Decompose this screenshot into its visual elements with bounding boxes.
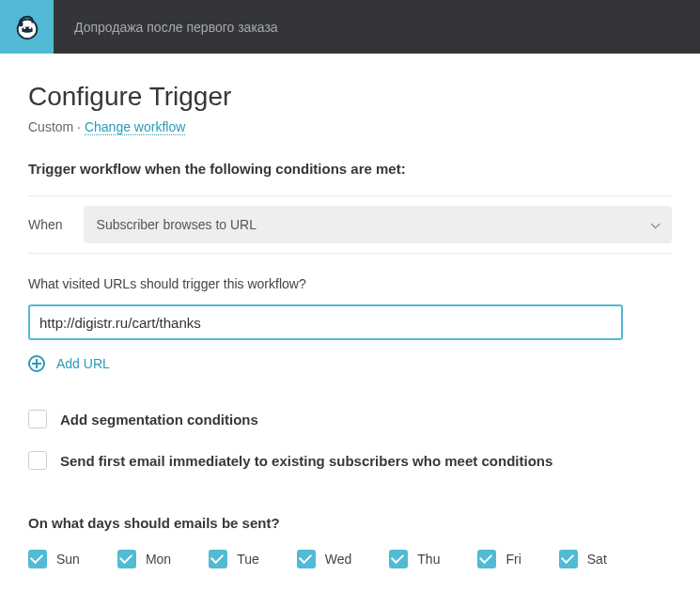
day-checkbox[interactable]: [209, 550, 227, 568]
day-label: Wed: [325, 552, 352, 567]
svg-point-3: [23, 26, 25, 28]
app-header: Допродажа после первого заказа: [0, 0, 700, 54]
add-url-button[interactable]: Add URL: [28, 355, 672, 372]
day-wed[interactable]: Wed: [297, 550, 352, 568]
page-heading: Configure Trigger: [28, 82, 672, 112]
url-label: What visited URLs should trigger this wo…: [28, 276, 672, 291]
day-fri[interactable]: Fri: [477, 550, 521, 568]
trigger-section-title: Trigger workflow when the following cond…: [28, 161, 672, 177]
day-sun[interactable]: Sun: [28, 550, 80, 568]
when-row: When Subscriber browses to URL: [28, 195, 672, 254]
breadcrumb: Custom · Change workflow: [28, 119, 672, 134]
segmentation-option: Add segmentation conditions: [28, 410, 672, 428]
url-input[interactable]: [28, 304, 623, 340]
day-thu[interactable]: Thu: [389, 550, 440, 568]
send-immediately-label[interactable]: Send first email immediately to existing…: [60, 453, 552, 469]
day-label: Mon: [146, 552, 171, 567]
plus-icon: [28, 355, 45, 372]
segmentation-label[interactable]: Add segmentation conditions: [60, 412, 258, 428]
svg-rect-2: [20, 22, 23, 26]
days-title: On what days should emails be sent?: [28, 515, 672, 531]
when-select[interactable]: Subscriber browses to URL: [84, 206, 672, 243]
main-content: Configure Trigger Custom · Change workfl…: [0, 54, 700, 591]
day-tue[interactable]: Tue: [209, 550, 259, 568]
days-row: Sun Mon Tue Wed Thu Fri Sat: [28, 550, 672, 568]
mailchimp-icon: [13, 13, 41, 41]
day-label: Thu: [417, 552, 440, 567]
day-checkbox[interactable]: [117, 550, 136, 568]
send-immediately-option: Send first email immediately to existing…: [28, 451, 672, 470]
day-sat[interactable]: Sat: [559, 550, 607, 568]
day-checkbox[interactable]: [477, 550, 496, 568]
day-checkbox[interactable]: [28, 550, 47, 568]
add-url-label: Add URL: [56, 356, 110, 371]
day-checkbox[interactable]: [389, 550, 408, 568]
day-label: Sat: [587, 552, 607, 567]
day-checkbox[interactable]: [297, 550, 316, 568]
breadcrumb-prefix: Custom ·: [28, 119, 85, 134]
day-label: Tue: [237, 552, 259, 567]
day-label: Fri: [506, 552, 521, 567]
when-label: When: [28, 217, 63, 232]
day-checkbox[interactable]: [559, 550, 578, 568]
day-label: Sun: [56, 552, 80, 567]
change-workflow-link[interactable]: Change workflow: [85, 119, 185, 135]
header-title: Допродажа после первого заказа: [54, 0, 278, 54]
segmentation-checkbox[interactable]: [28, 410, 47, 428]
day-mon[interactable]: Mon: [117, 550, 171, 568]
when-select-value: Subscriber browses to URL: [97, 217, 257, 232]
svg-point-4: [28, 26, 30, 28]
logo[interactable]: [0, 0, 54, 54]
send-immediately-checkbox[interactable]: [28, 451, 47, 470]
